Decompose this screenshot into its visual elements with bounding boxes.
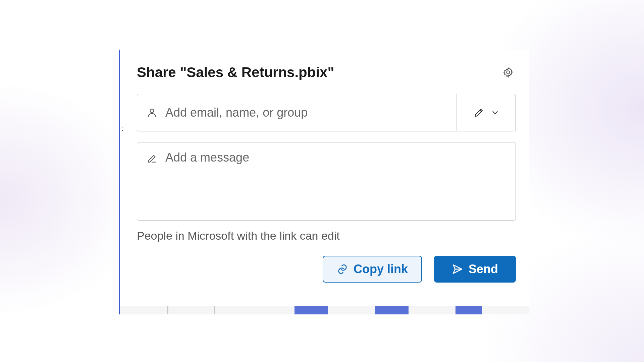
permission-dropdown-button[interactable]: [457, 94, 516, 131]
svg-point-1: [150, 109, 154, 113]
link-icon: [337, 263, 348, 275]
pencil-icon: [473, 107, 485, 118]
permission-summary-text: People in Microsoft with the link can ed…: [137, 229, 516, 242]
recipient-input[interactable]: [165, 106, 447, 120]
dialog-title: Share "Sales & Returns.pbix": [137, 64, 334, 80]
message-field: [137, 142, 516, 221]
copy-link-label: Copy link: [354, 262, 408, 276]
person-icon: [147, 107, 157, 118]
chevron-down-icon: [491, 108, 499, 117]
dialog-actions: Copy link Send: [137, 256, 516, 283]
copy-link-button[interactable]: Copy link: [323, 256, 422, 283]
send-label: Send: [469, 262, 498, 276]
share-dialog: Share "Sales & Returns.pbix": [124, 50, 529, 299]
compose-icon: [147, 150, 157, 212]
svg-point-0: [506, 71, 509, 74]
dialog-header: Share "Sales & Returns.pbix": [137, 64, 516, 80]
recipient-input-wrap: [137, 94, 457, 131]
recipient-field-row: [137, 94, 516, 131]
send-button[interactable]: Send: [434, 256, 516, 283]
settings-button[interactable]: [500, 65, 516, 80]
send-icon: [452, 263, 463, 275]
background-app-bottom: [120, 306, 529, 314]
gear-icon: [502, 67, 514, 78]
background-fragment: :: [121, 124, 123, 133]
message-textarea[interactable]: [165, 150, 506, 212]
